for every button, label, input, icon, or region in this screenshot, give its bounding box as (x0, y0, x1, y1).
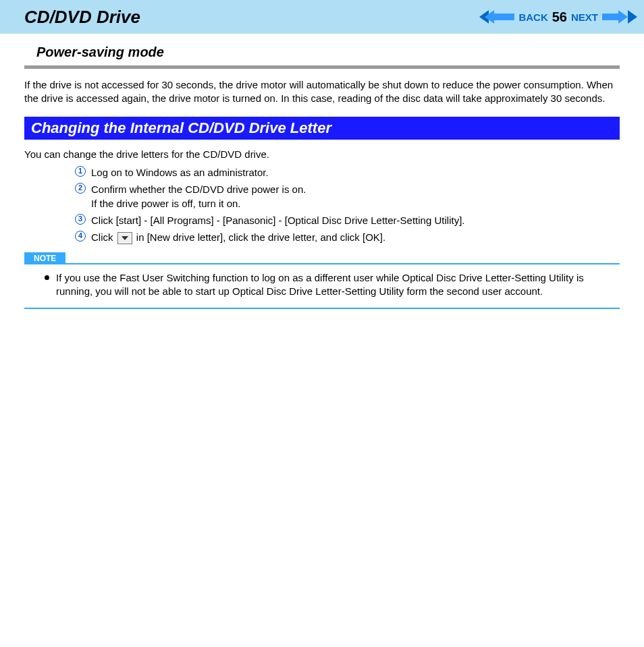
intro-paragraph: If the drive is not accessed for 30 seco… (24, 78, 620, 106)
note-label: NOTE (24, 252, 65, 264)
step-number-icon: 3 (75, 214, 86, 225)
step-2: 2 Confirm whether the CD/DVD drive power… (75, 182, 620, 210)
content-area: Power-saving mode If the drive is not ac… (0, 34, 644, 309)
page-number: 56 (552, 9, 567, 25)
next-link[interactable]: NEXT (571, 11, 598, 23)
section-intro: You can change the drive letters for the… (24, 148, 620, 161)
step-text: Confirm whether the CD/DVD drive power i… (91, 182, 620, 210)
step-text-line1: Confirm whether the CD/DVD drive power i… (91, 184, 306, 195)
bullet-icon (45, 275, 49, 280)
dropdown-arrow-icon (117, 232, 132, 244)
step-text: Log on to Windows as an administrator. (91, 165, 620, 179)
steps-list: 1 Log on to Windows as an administrator.… (75, 165, 620, 244)
note-bottom-line (24, 308, 620, 309)
section-heading: Changing the Internal CD/DVD Drive Lette… (24, 117, 620, 140)
divider-thick (24, 65, 620, 69)
step4-post: in [New drive letter], click the drive l… (136, 231, 385, 243)
subheading: Power-saving mode (36, 45, 620, 60)
header-bar: CD/DVD Drive BACK 56 NEXT (0, 0, 644, 34)
note-text: If you use the Fast User Switching funct… (56, 271, 620, 299)
next-arrow-icon[interactable] (602, 10, 637, 24)
note-header: NOTE (24, 252, 620, 264)
step-number-icon: 2 (75, 183, 86, 194)
page-nav: BACK 56 NEXT (479, 9, 637, 25)
note-body: If you use the Fast User Switching funct… (24, 264, 620, 304)
note-top-line (65, 263, 620, 264)
step-text: Click [start] - [All Programs] - [Panaso… (91, 213, 620, 227)
step-number-icon: 1 (75, 166, 86, 177)
page-title: CD/DVD Drive (24, 7, 140, 28)
step-1: 1 Log on to Windows as an administrator. (75, 165, 620, 179)
step-4: 4 Click in [New drive letter], click the… (75, 230, 620, 244)
step-text-line2: If the drive power is off, turn it on. (91, 198, 241, 209)
note-section: NOTE If you use the Fast User Switching … (24, 252, 620, 310)
step-3: 3 Click [start] - [All Programs] - [Pana… (75, 213, 620, 227)
step4-pre: Click (91, 231, 116, 243)
step-number-icon: 4 (75, 231, 86, 242)
back-link[interactable]: BACK (518, 11, 547, 23)
back-arrow-icon[interactable] (479, 10, 514, 24)
step-text: Click in [New drive letter], click the d… (91, 230, 620, 244)
